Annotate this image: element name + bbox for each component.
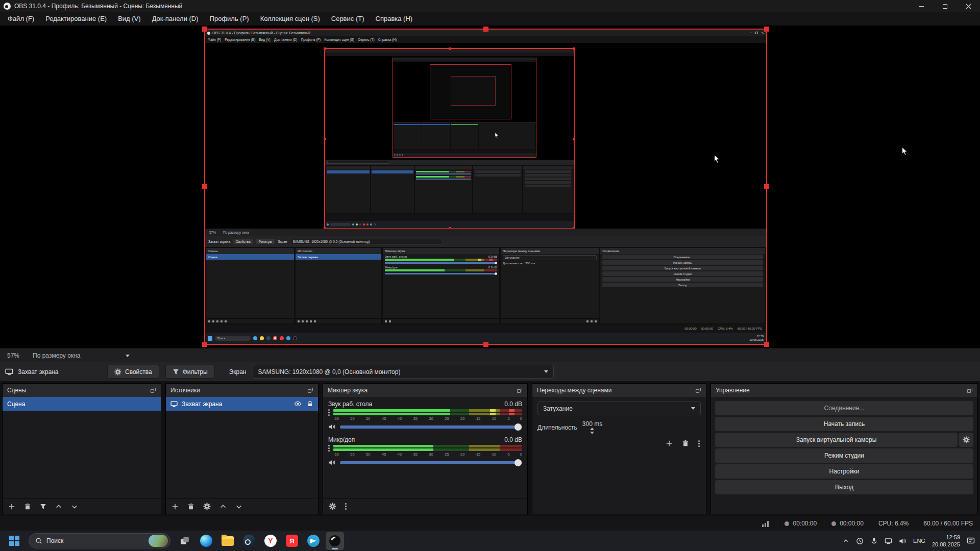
record-status-dot — [831, 521, 836, 526]
popout-icon[interactable] — [517, 387, 523, 393]
menu-profile[interactable]: Профиль (Р) — [204, 12, 255, 26]
tray-volume-icon[interactable] — [899, 537, 906, 545]
resize-handle-top-left[interactable] — [202, 27, 207, 32]
channel-db: 0.0 dB — [504, 436, 522, 443]
transition-select-dropdown[interactable]: Затухание — [537, 402, 701, 415]
edge-button[interactable] — [197, 532, 215, 550]
remove-scene-icon[interactable] — [24, 503, 31, 510]
move-up-icon[interactable] — [219, 503, 227, 510]
move-down-icon[interactable] — [71, 503, 78, 510]
preview-canvas[interactable]: OBS 31.0.4 - Профиль: Безымянный - Сцены… — [0, 26, 980, 348]
mixer-toolbar — [323, 498, 527, 514]
resize-handle-mid-right[interactable] — [764, 184, 769, 189]
menu-scene-collection[interactable]: Коллекция сцен (S) — [255, 12, 326, 26]
menu-tools[interactable]: Сервис (Т) — [326, 12, 370, 26]
stream-connecting-button[interactable]: Соединение... — [715, 401, 973, 415]
taskbar-search[interactable]: Поиск — [29, 533, 170, 548]
file-explorer-button[interactable] — [218, 532, 237, 550]
stream-timer: 00:00:00 — [785, 520, 817, 527]
properties-button[interactable]: Свойства — [107, 365, 159, 379]
resize-handle-mid-left[interactable] — [202, 184, 207, 189]
volume-slider-knob[interactable] — [514, 423, 522, 431]
notification-center-icon[interactable] — [967, 537, 975, 545]
filters-button[interactable]: Фильтры — [165, 365, 215, 379]
scene-filters-icon[interactable] — [40, 503, 46, 510]
selected-capture-source[interactable]: OBS 31.0.4 - Профиль: Безымянный - Сцены… — [204, 29, 767, 345]
scene-list-item[interactable]: Сцена — [3, 397, 161, 411]
add-scene-icon[interactable] — [8, 503, 15, 510]
resize-handle-bottom-right[interactable] — [764, 342, 769, 347]
remove-source-icon[interactable] — [187, 503, 194, 510]
speaker-icon[interactable] — [328, 423, 336, 431]
source-properties-icon[interactable] — [203, 503, 211, 510]
obs-taskbar-button[interactable] — [326, 532, 344, 550]
fps-counter: 60.00 / 60.00 FPS — [923, 520, 973, 527]
minimize-icon — [919, 6, 924, 7]
close-button[interactable] — [957, 0, 980, 12]
mixer-settings-gear-icon[interactable] — [329, 503, 336, 510]
duration-input[interactable]: 300 ms — [582, 420, 602, 434]
chevron-down-icon — [126, 355, 130, 357]
speaker-icon[interactable] — [328, 459, 336, 466]
resize-handle-top-right[interactable] — [764, 27, 769, 32]
move-up-icon[interactable] — [55, 503, 62, 510]
taskbar-clock[interactable]: 12:59 20.08.2025 — [932, 534, 960, 548]
eye-icon[interactable] — [294, 400, 302, 408]
settings-button[interactable]: Настройки — [715, 464, 973, 479]
add-source-icon[interactable] — [172, 503, 179, 510]
volume-slider[interactable] — [340, 461, 522, 464]
menu-edit[interactable]: Редактирование (Е) — [40, 12, 112, 26]
spin-up-icon[interactable] — [590, 428, 594, 430]
add-transition-icon[interactable] — [666, 440, 673, 447]
transitions-menu-kebab-icon[interactable] — [698, 440, 700, 447]
lock-icon[interactable] — [307, 400, 313, 407]
exit-button[interactable]: Выход — [715, 480, 973, 494]
resize-handle-bottom-center[interactable] — [483, 342, 488, 347]
virtual-camera-button[interactable]: Запуск виртуальной камеры — [715, 433, 958, 447]
resize-handle-top-center[interactable] — [483, 27, 488, 32]
volume-slider-knob[interactable] — [514, 459, 522, 466]
task-view-button[interactable] — [176, 532, 194, 550]
remove-transition-icon[interactable] — [682, 440, 689, 447]
hidden-icons-chevron[interactable] — [842, 537, 849, 544]
popout-icon[interactable] — [695, 387, 701, 393]
menu-help[interactable]: Справка (Н) — [370, 12, 419, 26]
screen-select-dropdown[interactable]: SAMSUNG: 980x551 @ 0,0 (Основной монит… — [253, 365, 554, 379]
tray-display-icon[interactable] — [885, 537, 892, 545]
move-down-icon[interactable] — [235, 503, 242, 510]
popout-icon[interactable] — [307, 387, 313, 393]
start-button[interactable] — [5, 532, 23, 550]
mixer-menu-kebab-icon[interactable] — [345, 503, 347, 510]
filter-icon — [173, 368, 179, 375]
keyboard-language[interactable]: ENG — [913, 538, 925, 544]
yandex-browser-button[interactable]: Y — [261, 532, 280, 550]
mini-transitions-dock: Переходы между сценами Затухание Длитель… — [501, 248, 599, 323]
virtual-camera-settings-button[interactable] — [959, 433, 973, 447]
popout-icon[interactable] — [150, 387, 156, 393]
start-recording-button[interactable]: Начать запись — [715, 417, 973, 431]
channel-menu-kebab-icon[interactable] — [328, 445, 330, 457]
tray-mic-icon[interactable] — [870, 537, 878, 545]
channel-menu-kebab-icon[interactable] — [328, 409, 330, 421]
spin-down-icon[interactable] — [590, 432, 594, 434]
menu-file[interactable]: Файл (F) — [2, 12, 40, 26]
mini-zoom-row: 57% По размеру окна — [205, 229, 766, 236]
steam-button[interactable] — [240, 532, 258, 550]
zoom-mode-dropdown[interactable]: По размеру окна — [33, 352, 130, 359]
volume-slider[interactable] — [340, 425, 522, 429]
resize-handle-bottom-left[interactable] — [202, 342, 207, 347]
yandex-app-button[interactable]: Я — [283, 532, 301, 550]
nested-capture-level-3 — [393, 58, 536, 158]
controls-dock-header: Управление — [711, 384, 977, 397]
mini-mixer-dock: Микшер звука Звук раб. стола0.0 dB Микр/… — [383, 248, 499, 323]
source-list-item[interactable]: Захват экрана — [166, 397, 318, 411]
minimize-button[interactable] — [910, 0, 933, 12]
tray-clock-icon[interactable] — [856, 537, 864, 545]
menu-view[interactable]: Вид (V) — [112, 12, 146, 26]
popout-icon[interactable] — [967, 387, 973, 393]
menu-docks[interactable]: Док-панели (D) — [146, 12, 204, 26]
telegram-button[interactable] — [304, 532, 323, 550]
maximize-button[interactable] — [933, 0, 957, 12]
studio-mode-button[interactable]: Режим студии — [715, 448, 973, 463]
mixer-scale: -60-55-50-45-40-35-30-25-20-15-10-50 — [333, 452, 522, 457]
